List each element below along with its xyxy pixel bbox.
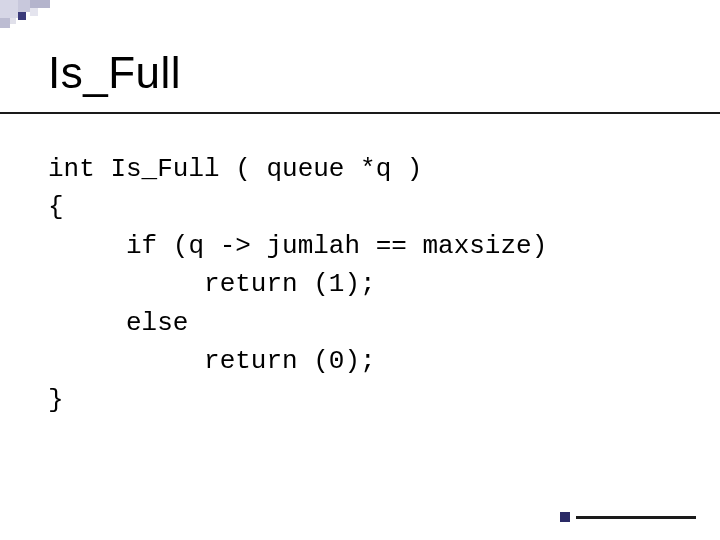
corner-decoration: [0, 0, 90, 35]
accent-bar: [576, 516, 696, 519]
slide-title: Is_Full: [48, 48, 181, 98]
footer-accent: [560, 512, 696, 522]
accent-square-icon: [560, 512, 570, 522]
title-underline: [0, 112, 720, 114]
slide: Is_Full int Is_Full ( queue *q ) { if (q…: [0, 0, 720, 540]
code-block: int Is_Full ( queue *q ) { if (q -> juml…: [48, 150, 672, 419]
